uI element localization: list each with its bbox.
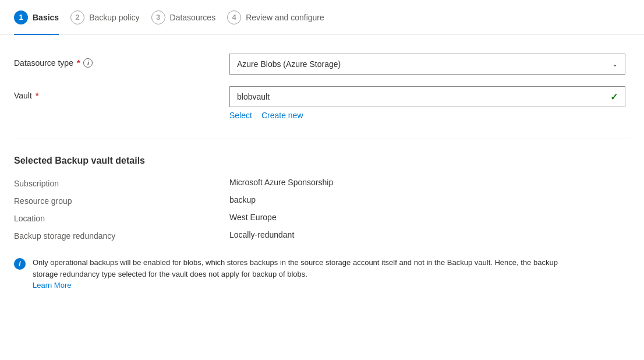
resource-group-value: backup [229,195,630,206]
subscription-label: Subscription [14,178,229,188]
datasource-type-value: Azure Blobs (Azure Storage) [237,59,341,69]
create-new-vault-link[interactable]: Create new [261,111,303,120]
dropdown-chevron-icon: ⌄ [612,60,618,68]
datasource-type-control: Azure Blobs (Azure Storage) ⌄ [229,54,625,75]
vault-label-text: Vault [14,91,32,100]
tab-review-configure[interactable]: 4 Review and configure [227,0,336,35]
tab-number-4: 4 [227,10,241,24]
tab-label-review-configure: Review and configure [246,13,324,22]
select-vault-link[interactable]: Select [229,111,252,120]
vault-label: Vault * [14,86,229,100]
info-banner-message: Only operational backups will be enabled… [33,258,558,278]
backup-storage-redundancy-value: Locally-redundant [229,230,630,241]
vault-required-star: * [36,91,38,100]
section-divider [14,139,630,139]
learn-more-link[interactable]: Learn More [33,281,71,290]
subscription-value: Microsoft Azure Sponsorship [229,178,630,188]
vault-row: Vault * blobvault ✓ Select Create new [14,86,630,120]
vault-input[interactable]: blobvault ✓ [229,86,625,107]
resource-group-label: Resource group [14,195,229,206]
tab-basics[interactable]: 1 Basics [14,0,70,35]
datasource-type-row: Datasource type * i Azure Blobs (Azure S… [14,54,630,75]
vault-details-grid: Subscription Microsoft Azure Sponsorship… [14,178,630,241]
datasource-required-star: * [77,58,80,68]
main-content: Datasource type * i Azure Blobs (Azure S… [0,35,644,310]
location-value: West Europe [229,213,630,223]
tab-number-2: 2 [70,10,84,24]
datasource-type-label: Datasource type * i [14,54,229,68]
location-label: Location [14,213,229,223]
vault-control: blobvault ✓ Select Create new [229,86,625,120]
info-banner-text: Only operational backups will be enabled… [33,257,573,291]
vault-details-title: Selected Backup vault details [14,156,630,166]
tab-backup-policy[interactable]: 2 Backup policy [70,0,151,35]
vault-details-section: Selected Backup vault details Subscripti… [14,156,630,241]
backup-storage-redundancy-label: Backup storage redundancy [14,230,229,241]
tab-number-1: 1 [14,10,28,24]
tab-datasources[interactable]: 3 Datasources [151,0,228,35]
info-banner-icon: i [14,258,26,270]
datasource-type-dropdown[interactable]: Azure Blobs (Azure Storage) ⌄ [229,54,625,75]
form-section: Datasource type * i Azure Blobs (Azure S… [14,54,630,120]
vault-value: blobvault [237,92,270,101]
tab-number-3: 3 [151,10,165,24]
info-banner: i Only operational backups will be enabl… [14,257,573,291]
vault-links: Select Create new [229,111,625,120]
wizard-tabs: 1 Basics 2 Backup policy 3 Datasources 4… [0,0,644,35]
datasource-type-label-text: Datasource type [14,58,73,68]
datasource-info-icon[interactable]: i [83,58,93,68]
tab-label-datasources: Datasources [170,13,216,22]
tab-label-basics: Basics [33,13,59,22]
tab-label-backup-policy: Backup policy [89,13,139,22]
vault-check-icon: ✓ [610,91,618,103]
